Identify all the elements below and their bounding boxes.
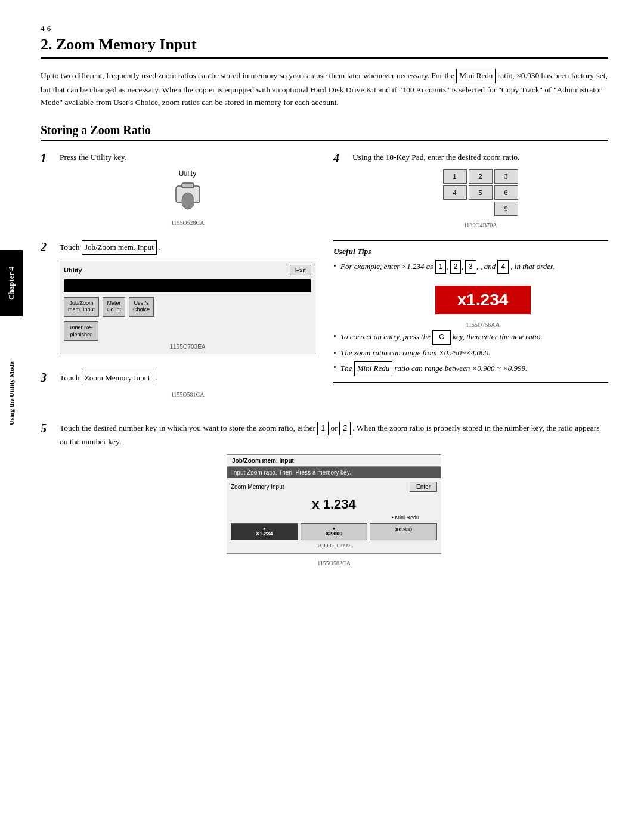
numkey-4[interactable]: 4 xyxy=(443,185,467,200)
svg-rect-1 xyxy=(182,183,194,188)
step-4-text: Using the 10-Key Pad, enter the desired … xyxy=(352,151,608,163)
btn1-line1: Job/Zoom xyxy=(68,300,95,307)
step-4-fig-id: 1139O4B70A xyxy=(352,222,608,228)
btn2-line1: Meter xyxy=(107,300,121,307)
step5-text2: or xyxy=(331,423,338,432)
panel-row1: Zoom Memory Input Enter xyxy=(231,482,437,492)
utility-mode-label: Using the Utility Mode xyxy=(1,334,21,453)
numkey-6[interactable]: 6 xyxy=(494,185,518,200)
step-3-content: Touch Zoom Memory Input . 1155O581CA xyxy=(60,371,315,398)
step-4-num: 4 xyxy=(333,151,346,228)
step-1-fig-id: 1155O528CA xyxy=(60,219,315,226)
step-2-text: Touch Job/Zoom mem. Input . xyxy=(60,240,315,255)
step-5-text: Touch the desired number key in which yo… xyxy=(60,422,608,448)
step-3-fig-id: 1155O581CA xyxy=(60,391,315,398)
page-container: Chapter 4 Using the Utility Mode 4-6 2. … xyxy=(0,0,644,833)
mini-redu-tip4: Mini Redu xyxy=(354,361,393,376)
tip3-text: The zoom ratio can range from ×0.250~×4.… xyxy=(340,348,490,357)
btn1-line2: mem. Input xyxy=(68,306,95,314)
numkey-9[interactable]: 9 xyxy=(494,202,518,216)
numkey-2[interactable]: 2 xyxy=(469,169,493,184)
panel-title: Utility xyxy=(64,267,82,274)
intro-text-1: Up to two different, frequently used zoo… xyxy=(41,71,454,80)
numpad-grid: 1 2 3 4 5 6 9 xyxy=(443,169,518,216)
step-2-button-label: Job/Zoom mem. Input xyxy=(82,240,157,255)
btn4-line1: Toner Re- xyxy=(69,324,93,332)
memory-key-1-label: X1.234 xyxy=(234,531,295,537)
step-5-panel-wrapper: Job/Zoom mem. Input Input Zoom ratio. Th… xyxy=(227,454,441,566)
memory-key-2-icon: ■ xyxy=(304,527,365,531)
numkey-1[interactable]: 1 xyxy=(443,169,467,184)
step-5-section: 5 Touch the desired number key in which … xyxy=(41,422,608,566)
tip1-end: , in that order. xyxy=(510,262,555,271)
meter-count-btn[interactable]: Meter Count xyxy=(103,297,125,317)
step-3-text: Touch Zoom Memory Input . xyxy=(60,371,315,385)
zoom-display-fig-id: 1155O758AA xyxy=(357,321,608,328)
step-1: 1 Press the Utility key. Utility xyxy=(41,151,315,228)
side-tab: Chapter 4 Using the Utility Mode xyxy=(0,0,23,833)
step-1-text: Press the Utility key. xyxy=(60,151,315,163)
step-4-content: Using the 10-Key Pad, enter the desired … xyxy=(352,151,608,228)
toner-btn[interactable]: Toner Re- plenisher xyxy=(64,321,98,341)
utility-label: Utility xyxy=(60,169,315,178)
step-2-touch: Touch xyxy=(60,243,80,252)
step-2-panel: Utility Exit Job/Zoom mem. Input M xyxy=(60,261,315,355)
utility-key-svg xyxy=(164,180,212,216)
panel-memory-keys: ■ X1.234 ■ X2.000 X0.930 xyxy=(231,523,437,540)
btn3-line1: User's xyxy=(133,300,150,307)
step5-text1: Touch the desired number key in which yo… xyxy=(60,423,315,432)
step-2: 2 Touch Job/Zoom mem. Input . Utility Ex… xyxy=(41,240,315,359)
memory-key-2-label: X2.000 xyxy=(304,531,365,537)
btn2-line2: Count xyxy=(107,306,121,314)
tip1-text: For example, enter ×1.234 as xyxy=(340,262,433,271)
right-column: 4 Using the 10-Key Pad, enter the desire… xyxy=(333,151,608,410)
step-4: 4 Using the 10-Key Pad, enter the desire… xyxy=(333,151,608,228)
memory-key-1-icon: ■ xyxy=(234,527,295,531)
panel-range: 0.900～0.999 xyxy=(231,542,437,550)
step-3-button-label: Zoom Memory Input xyxy=(82,371,153,385)
zoom-display: x1.234 xyxy=(435,286,531,314)
tip4-text: The xyxy=(340,364,352,373)
numpad-area: 1 2 3 4 5 6 9 xyxy=(433,169,528,216)
step-3: 3 Touch Zoom Memory Input . 1155O581CA xyxy=(41,371,315,398)
useful-tips-title: Useful Tips xyxy=(333,247,608,256)
section-title: 2. Zoom Memory Input xyxy=(41,36,608,59)
memory-key-1[interactable]: ■ X1.234 xyxy=(231,523,298,540)
step-5-num: 5 xyxy=(41,422,54,566)
useful-tips: Useful Tips For example, enter ×1.234 as… xyxy=(333,247,608,376)
panel-mini-redu-label: • Mini Redu xyxy=(231,515,419,521)
step-2-content: Touch Job/Zoom mem. Input . Utility Exit xyxy=(60,240,315,359)
page-number: 4-6 xyxy=(41,24,608,33)
exit-button[interactable]: Exit xyxy=(290,265,311,275)
step-1-content: Press the Utility key. Utility xyxy=(60,151,315,228)
users-choice-btn[interactable]: User's Choice xyxy=(129,297,154,317)
tip1-key1: 1 xyxy=(435,260,447,274)
tip4-end: ratio can range between ×0.900 ~ ×0.999. xyxy=(395,364,528,373)
job-zoom-btn[interactable]: Job/Zoom mem. Input xyxy=(64,297,99,317)
numkey-5[interactable]: 5 xyxy=(469,185,493,200)
step5-key1: 1 xyxy=(317,422,329,435)
mini-redu-inline: Mini Redu xyxy=(456,69,496,83)
tip1-key4: 4 xyxy=(497,260,509,274)
subsection-title: Storing a Zoom Ratio xyxy=(41,123,608,141)
zoom-display-container: x1.234 1155O758AA xyxy=(357,280,608,328)
step-5-content: Touch the desired number key in which yo… xyxy=(60,422,608,566)
panel-buttons: Job/Zoom mem. Input Meter Count User's C… xyxy=(64,297,311,317)
panel-bar xyxy=(64,279,311,292)
enter-button[interactable]: Enter xyxy=(410,482,437,492)
step-5-panel: Job/Zoom mem. Input Input Zoom ratio. Th… xyxy=(227,454,441,554)
memory-key-2[interactable]: ■ X2.000 xyxy=(301,523,368,540)
two-col-layout: 1 Press the Utility key. Utility xyxy=(41,151,608,410)
left-column: 1 Press the Utility key. Utility xyxy=(41,151,315,410)
step-2-fig-id: 1155O703EA xyxy=(64,343,311,350)
bottom-panel-header: Job/Zoom mem. Input xyxy=(227,455,441,467)
svg-rect-3 xyxy=(182,198,194,206)
step-2-text2: . xyxy=(159,243,160,252)
tip-3: The zoom ratio can range from ×0.250~×4.… xyxy=(333,347,608,360)
btn3-line2: Choice xyxy=(133,306,150,314)
memory-key-3[interactable]: X0.930 xyxy=(370,523,437,540)
bottom-panel-body: Zoom Memory Input Enter x 1.234 • Mini R… xyxy=(227,478,441,553)
utility-mode-text: Using the Utility Mode xyxy=(8,362,15,426)
numkey-3[interactable]: 3 xyxy=(494,169,518,184)
intro-paragraph: Up to two different, frequently used zoo… xyxy=(41,69,608,109)
